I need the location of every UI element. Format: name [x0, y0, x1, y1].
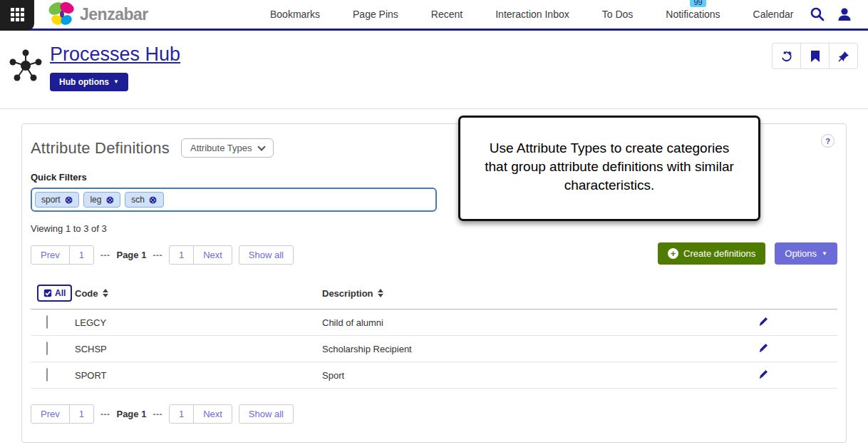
bookmark-button[interactable]	[800, 43, 830, 69]
last-page-button[interactable]: 1	[169, 245, 194, 265]
page-1-button[interactable]: 1	[69, 245, 94, 265]
table-header-row: All Code Description	[31, 282, 837, 310]
edit-pencil-icon[interactable]	[758, 342, 769, 353]
prev-page-button[interactable]: Prev	[31, 245, 70, 265]
nav-calendar[interactable]: Calendar	[737, 9, 810, 20]
next-page-button[interactable]: Next	[193, 404, 232, 424]
remove-filter-icon[interactable]: ⊗	[65, 195, 73, 205]
viewing-status: Viewing 1 to 3 of 3	[31, 223, 837, 234]
filter-chip-sch: sch ⊗	[125, 192, 163, 208]
sort-icon	[103, 289, 108, 297]
create-definitions-button[interactable]: + Create definitions	[658, 242, 765, 265]
nav-right-icons	[810, 6, 868, 22]
options-button[interactable]: Options ▼	[775, 242, 837, 265]
table-row: SCHSP Scholarship Recipient	[31, 336, 837, 362]
row-code: SPORT	[75, 370, 322, 381]
row-checkbox[interactable]	[46, 342, 48, 355]
butterfly-logo-icon	[47, 1, 77, 27]
plus-icon: +	[668, 248, 678, 259]
sort-icon	[378, 289, 383, 297]
nav-recent[interactable]: Recent	[415, 9, 479, 20]
chevron-down-icon	[258, 143, 266, 150]
pin-icon	[837, 50, 850, 63]
pagination-dots: ---	[100, 409, 110, 419]
nav-menu: Bookmarks Page Pins Recent Interaction I…	[254, 9, 810, 20]
notifications-badge: 99	[690, 0, 706, 7]
jenzabar-logo[interactable]: Jenzabar	[47, 1, 168, 27]
search-icon[interactable]	[810, 6, 825, 22]
help-button[interactable]: ?	[821, 134, 835, 148]
page-title[interactable]: Processes Hub	[50, 44, 180, 66]
row-description: Sport	[322, 370, 752, 381]
bookmark-icon	[810, 50, 821, 63]
table-row: LEGCY Child of alumni	[31, 310, 837, 336]
code-column-header[interactable]: Code	[75, 288, 108, 299]
panel-title: Attribute Definitions	[31, 139, 170, 158]
caret-down-icon: ▼	[113, 79, 119, 85]
nav-to-dos[interactable]: To Dos	[586, 9, 650, 20]
hub-action-buttons	[772, 43, 858, 69]
attribute-types-callout: Use Attribute Types to create categories…	[458, 116, 760, 221]
checkbox-check-icon	[43, 289, 52, 297]
top-pagination: Prev 1 --- Page 1 --- 1 Next Show all	[31, 245, 294, 265]
edit-pencil-icon[interactable]	[758, 369, 769, 379]
quick-filter-input[interactable]: sport ⊗ leg ⊗ sch ⊗	[31, 188, 437, 212]
edit-pencil-icon[interactable]	[758, 316, 769, 327]
current-page-label: Page 1	[116, 409, 146, 419]
remove-filter-icon[interactable]: ⊗	[149, 195, 157, 205]
app-grid-button[interactable]	[0, 0, 34, 31]
remove-filter-icon[interactable]: ⊗	[105, 195, 114, 205]
hub-options-button[interactable]: Hub options▼	[50, 73, 128, 91]
row-code: SCHSP	[75, 344, 322, 354]
current-page-label: Page 1	[116, 250, 146, 260]
select-all-button[interactable]: All	[37, 285, 72, 302]
refresh-add-icon	[780, 49, 794, 63]
next-page-button[interactable]: Next	[193, 245, 232, 265]
pagination-dots: ---	[100, 250, 110, 260]
description-column-header[interactable]: Description	[322, 288, 383, 299]
bottom-pagination: Prev 1 --- Page 1 --- 1 Next Show all	[31, 404, 837, 424]
row-description: Scholarship Recipient	[322, 344, 752, 354]
user-icon[interactable]	[837, 6, 852, 22]
app-grid-icon	[11, 8, 24, 21]
top-nav-bar: Jenzabar Bookmarks Page Pins Recent Inte…	[0, 0, 868, 31]
caret-down-icon: ▼	[822, 251, 827, 257]
pagination-dots: ---	[153, 250, 162, 260]
callout-text: Use Attribute Types to create categories…	[485, 140, 734, 193]
nav-page-pins[interactable]: Page Pins	[336, 9, 415, 20]
logo-text: Jenzabar	[80, 5, 148, 24]
processes-hub-icon	[7, 46, 44, 83]
attribute-definitions-table: All Code Description LEGCY Child of alum…	[31, 282, 837, 389]
show-all-button[interactable]: Show all	[239, 245, 294, 265]
refresh-add-button[interactable]	[772, 43, 801, 69]
nav-bookmarks[interactable]: Bookmarks	[254, 9, 336, 20]
nav-interaction-inbox[interactable]: Interaction Inbox	[479, 9, 586, 20]
pagination-dots: ---	[153, 409, 162, 419]
filter-chip-sport: sport ⊗	[35, 192, 79, 208]
show-all-button[interactable]: Show all	[239, 404, 294, 424]
pin-button[interactable]	[829, 43, 858, 69]
nav-notifications[interactable]: 99 Notifications	[649, 9, 736, 20]
table-row: SPORT Sport	[31, 362, 837, 389]
row-checkbox[interactable]	[46, 315, 48, 329]
attribute-type-select[interactable]: Attribute Types	[181, 138, 274, 158]
page-1-button[interactable]: 1	[69, 404, 94, 424]
hub-header: Processes Hub Hub options▼	[0, 31, 868, 109]
row-description: Child of alumni	[322, 317, 752, 328]
row-checkbox[interactable]	[46, 368, 48, 382]
last-page-button[interactable]: 1	[169, 404, 194, 424]
row-code: LEGCY	[75, 317, 322, 328]
filter-chip-leg: leg ⊗	[83, 192, 120, 208]
prev-page-button[interactable]: Prev	[31, 404, 70, 424]
